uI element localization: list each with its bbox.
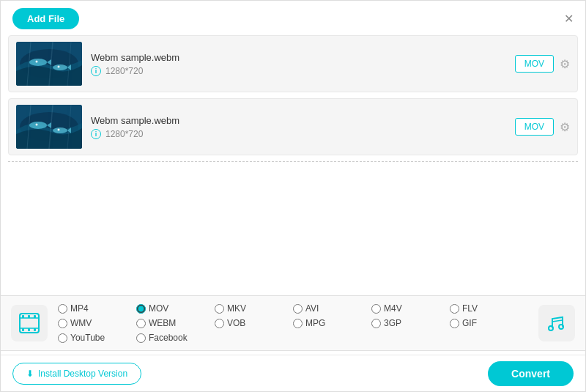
svg-point-15 (53, 127, 67, 133)
format-label-mov: MOV (149, 303, 168, 314)
format-option-m4v[interactable]: M4V (371, 303, 450, 314)
format-option-3gp[interactable]: 3GP (371, 318, 450, 328)
info-icon-2: i (91, 129, 101, 139)
svg-point-30 (549, 326, 553, 330)
info-icon-1: i (91, 66, 101, 76)
format-option-webm[interactable]: WEBM (136, 318, 215, 328)
svg-rect-27 (22, 328, 24, 331)
radio-gif[interactable] (450, 319, 459, 328)
file-list: Webm sample.webm i 1280*720 MOV ⚙ (1, 35, 585, 155)
radio-webm[interactable] (136, 319, 146, 328)
format-label-mpg: MPG (305, 318, 325, 328)
svg-point-13 (29, 122, 47, 129)
film-icon (18, 312, 40, 334)
svg-point-17 (36, 124, 38, 126)
footer: ⬇ Install Desktop Version Convert (1, 355, 585, 391)
svg-line-32 (552, 320, 563, 322)
radio-mov[interactable] (136, 304, 146, 314)
svg-rect-23 (20, 318, 39, 328)
format-option-wmv[interactable]: WMV (58, 318, 136, 328)
file-thumbnail-1 (16, 42, 82, 86)
radio-youtube[interactable] (58, 333, 67, 343)
file-thumbnail-2 (16, 105, 82, 149)
radio-flv[interactable] (450, 304, 459, 314)
format-label-mp4: MP4 (70, 303, 89, 314)
svg-point-4 (53, 64, 67, 70)
svg-point-2 (29, 59, 47, 66)
radio-mpg[interactable] (293, 319, 303, 328)
svg-point-18 (58, 129, 60, 131)
convert-button[interactable]: Convert (488, 361, 574, 386)
svg-rect-25 (28, 315, 30, 318)
radio-avi[interactable] (293, 304, 303, 314)
header: Add File ✕ (1, 1, 585, 35)
film-icon-wrap (11, 305, 48, 341)
format-option-gif[interactable]: GIF (450, 318, 528, 328)
format-options: MP4 MOV MKV AVI M4V FLV WMV WEBM (58, 303, 528, 343)
format-bar: MP4 MOV MKV AVI M4V FLV WMV WEBM (1, 295, 585, 351)
svg-rect-26 (34, 315, 36, 318)
format-label-mkv: MKV (227, 303, 246, 314)
format-label-3gp: 3GP (384, 318, 401, 328)
radio-3gp[interactable] (371, 319, 381, 328)
radio-mp4[interactable] (58, 304, 67, 314)
format-option-mov[interactable]: MOV (136, 303, 215, 314)
file-meta-1: i 1280*720 (91, 66, 506, 76)
svg-point-6 (36, 61, 38, 63)
download-icon: ⬇ (26, 369, 34, 379)
format-label-gif: GIF (462, 318, 477, 328)
format-option-mpg[interactable]: MPG (293, 318, 371, 328)
file-resolution-1: 1280*720 (105, 66, 143, 76)
close-button[interactable]: ✕ (564, 13, 574, 25)
radio-vob[interactable] (215, 319, 224, 328)
radio-mkv[interactable] (215, 304, 224, 314)
file-name-1: Webm sample.webm (91, 52, 506, 63)
add-file-button[interactable]: Add File (12, 8, 79, 29)
install-button-label: Install Desktop Version (38, 369, 127, 379)
format-label-facebook: Facebook (149, 333, 188, 343)
settings-button-1[interactable]: ⚙ (560, 57, 570, 71)
svg-rect-28 (28, 328, 30, 331)
format-option-youtube[interactable]: YouTube (58, 333, 136, 343)
format-option-mkv[interactable]: MKV (215, 303, 293, 314)
format-label-flv: FLV (462, 303, 478, 314)
format-option-vob[interactable]: VOB (215, 318, 293, 328)
svg-rect-24 (22, 315, 24, 318)
format-label-m4v: M4V (384, 303, 402, 314)
file-actions-2: MOV ⚙ (515, 118, 570, 136)
music-icon-wrap[interactable] (538, 305, 575, 341)
format-label-wmv: WMV (70, 318, 92, 328)
install-desktop-button[interactable]: ⬇ Install Desktop Version (12, 363, 141, 385)
format-badge-2[interactable]: MOV (515, 118, 554, 136)
file-actions-1: MOV ⚙ (515, 55, 570, 73)
format-option-mp4[interactable]: MP4 (58, 303, 136, 314)
radio-m4v[interactable] (371, 304, 381, 314)
file-list-divider (8, 161, 578, 162)
radio-wmv[interactable] (58, 319, 67, 328)
format-option-avi[interactable]: AVI (293, 303, 371, 314)
file-resolution-2: 1280*720 (105, 129, 143, 139)
radio-facebook[interactable] (136, 333, 146, 343)
format-label-avi: AVI (305, 303, 319, 314)
file-item-2: Webm sample.webm i 1280*720 MOV ⚙ (8, 98, 578, 155)
file-info-2: Webm sample.webm i 1280*720 (91, 115, 506, 139)
svg-rect-29 (34, 328, 36, 331)
settings-button-2[interactable]: ⚙ (560, 120, 570, 134)
file-item-1: Webm sample.webm i 1280*720 MOV ⚙ (8, 35, 578, 92)
file-meta-2: i 1280*720 (91, 129, 506, 139)
format-label-vob: VOB (227, 318, 245, 328)
svg-point-31 (559, 325, 563, 329)
format-option-facebook[interactable]: Facebook (136, 333, 215, 343)
format-label-youtube: YouTube (70, 333, 105, 343)
file-name-2: Webm sample.webm (91, 115, 506, 126)
svg-point-7 (58, 66, 60, 68)
format-option-flv[interactable]: FLV (450, 303, 528, 314)
format-badge-1[interactable]: MOV (515, 55, 554, 73)
format-label-webm: WEBM (149, 318, 176, 328)
music-icon (546, 313, 567, 333)
file-info-1: Webm sample.webm i 1280*720 (91, 52, 506, 76)
